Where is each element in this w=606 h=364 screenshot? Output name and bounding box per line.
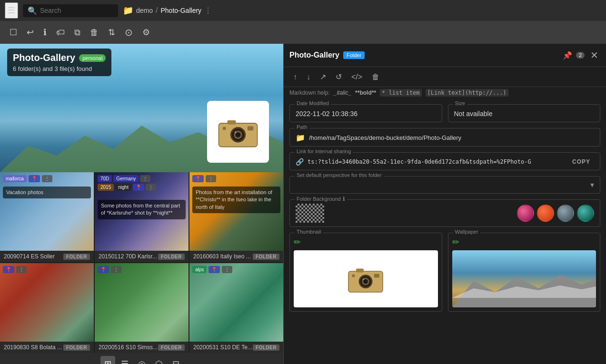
breadcrumb-folder[interactable]: demo [136, 7, 153, 14]
options-icon-karlsruhe1[interactable]: ⋮ [140, 175, 150, 182]
location-pin-karlsruhe[interactable]: 📍 [133, 184, 144, 191]
main-content: Photo-Gallery personal 6 folder(s) and 3… [0, 44, 606, 364]
upload-button[interactable]: ⊙ [121, 24, 137, 41]
date-modified-value: 2022-11-02 10:38:36 [296, 110, 358, 118]
grid-item-soller[interactable]: mallorca 📍 ⋮ Vacation photos 20090714 ES… [0, 172, 94, 262]
md-italic-hint: _italic_ [334, 89, 351, 96]
breadcrumb-more-icon[interactable]: ⋮ [204, 6, 212, 15]
gallery-title-row: Photo-Gallery personal [13, 52, 106, 63]
transparent-swatch[interactable] [296, 204, 324, 223]
tags-count-badge: 2 [576, 52, 585, 59]
grid-item-italy[interactable]: 📍 ⋮ Photos from the art installation of … [189, 172, 283, 262]
tag-button[interactable]: 🏷 [52, 25, 69, 40]
tag-chip-germany[interactable]: Germany [113, 175, 139, 182]
settings-button[interactable]: ⚙ [139, 24, 154, 40]
folder-icon: 📁 [123, 5, 133, 16]
copy-button[interactable]: ⧉ [70, 25, 84, 40]
folder-badge-karlsruhe: FOLDER [158, 254, 185, 260]
options-icon-italy[interactable]: ⋮ [206, 175, 216, 182]
delete-button[interactable]: 🗑 [86, 25, 102, 40]
color-swatch-blue[interactable] [557, 205, 574, 222]
grid-item-simss[interactable]: 📍 ⋮ 20200516 S10 Simss... FOLDER [95, 263, 189, 353]
file-grid: mallorca 📍 ⋮ Vacation photos 20090714 ES… [0, 172, 283, 353]
svg-point-17 [363, 278, 364, 280]
svg-point-9 [223, 127, 226, 130]
menu-button[interactable]: ☰ [5, 2, 18, 19]
code-button[interactable]: </> [348, 70, 366, 84]
info-button[interactable]: ℹ [40, 24, 50, 40]
tag-chip-mallorca[interactable]: mallorca [3, 175, 27, 182]
grid-item-te[interactable]: alps 📍 ⋮ 20200531 S10 DE Te... FOLDER [189, 263, 283, 353]
gallery-title: Photo-Gallery [13, 52, 75, 63]
perspective-label: Set default perspective for this folder [295, 172, 384, 178]
grid-view-button[interactable]: ⊞ [100, 356, 115, 364]
date-modified-field: Date Modified 2022-11-02 10:38:36 [289, 104, 442, 122]
open-button[interactable]: ↓ [303, 70, 314, 84]
svg-rect-18 [374, 274, 379, 278]
thumbnail-edit-button[interactable]: ✏ [294, 237, 301, 247]
folder-type-badge: Folder [343, 51, 365, 59]
date-size-row: Date Modified 2022-11-02 10:38:36 Size N… [289, 104, 600, 122]
thumbnail-label: Thumbnail [295, 229, 323, 235]
map-view-button[interactable]: ⬡ [151, 356, 167, 364]
tag-chip-alps[interactable]: alps [192, 266, 207, 273]
folder-badge-soller: FOLDER [63, 254, 90, 260]
markdown-help: Markdown help: _italic_ **bold** * list … [284, 87, 606, 100]
size-field: Size Not available [448, 104, 601, 122]
more-tags-icon[interactable]: 📍 [29, 175, 40, 182]
thumbnail-field: Thumbnail ✏ [289, 233, 442, 312]
options-icon-soller[interactable]: ⋮ [42, 175, 52, 182]
color-swatch-orange[interactable] [537, 205, 554, 222]
copy-link-button[interactable]: COPY [568, 157, 594, 166]
close-panel-button[interactable]: ✕ [588, 48, 600, 63]
gallery-header: Photo-Gallery personal 6 folder(s) and 3… [7, 49, 111, 76]
open-parent-button[interactable]: ↑ [289, 70, 301, 84]
search-box: 🔍 [23, 4, 118, 17]
svg-point-16 [363, 279, 368, 284]
delete-entry-button[interactable]: 🗑 [368, 70, 383, 84]
location-pin-bolata[interactable]: 📍 [3, 266, 14, 273]
select-button[interactable]: ☐ [6, 24, 21, 40]
grid-item-name-simss: 20200516 S10 Simss... [99, 344, 158, 351]
color-swatch-teal[interactable] [577, 205, 594, 222]
grid-item-karlsruhe[interactable]: 70D Germany ⋮ 2015 night 📍 ⋮ Some photos… [95, 172, 189, 262]
grid-item-overlay-italy: 📍 ⋮ [189, 172, 283, 185]
open-external-button[interactable]: ↗ [316, 70, 330, 84]
sort-button[interactable]: ⇅ [104, 24, 119, 40]
pin-icon[interactable]: 📌 [563, 51, 572, 60]
location-pin-te[interactable]: 📍 [209, 266, 220, 273]
grid-item-bolata[interactable]: 📍 ⋮ 20190830 S8 Bolata ... FOLDER [0, 263, 94, 353]
wallpaper-edit-button[interactable]: ✏ [452, 237, 459, 247]
folder-background-label: Folder Background ℹ [295, 196, 347, 202]
color-swatches [517, 205, 594, 222]
list-view-button[interactable]: ☰ [117, 356, 132, 364]
location-pin-italy[interactable]: 📍 [192, 175, 204, 182]
color-swatch-pink[interactable] [517, 205, 534, 222]
options-icon-karlsruhe2[interactable]: ⋮ [146, 184, 156, 191]
options-icon-bolata[interactable]: ⋮ [16, 266, 27, 273]
tag-chip-2015[interactable]: 2015 [98, 184, 114, 191]
camera-thumbnail-area [207, 101, 269, 163]
tag-chip-70d[interactable]: 70D [98, 175, 112, 182]
gallery-personal-tag[interactable]: personal [79, 54, 106, 62]
media-view-button[interactable]: ◎ [134, 356, 149, 364]
svg-point-19 [352, 274, 355, 277]
toolbar: ☐ ↩ ℹ 🏷 ⧉ 🗑 ⇅ ⊙ ⚙ [0, 21, 606, 44]
search-input[interactable] [40, 7, 116, 14]
wallpaper-image [452, 250, 596, 307]
link-field: Link for internal sharing 🔗 ts:?tslid=34… [289, 152, 600, 170]
tag-chip-night[interactable]: night [115, 184, 131, 191]
right-panel-title: Photo-Gallery [289, 51, 339, 59]
options-icon-te[interactable]: ⋮ [222, 266, 232, 273]
md-link-hint: [Link text](http://...) [426, 89, 508, 97]
options-icon-simss[interactable]: ⋮ [111, 266, 121, 273]
reload-button[interactable]: ↺ [332, 70, 346, 84]
grid-item-name-italy: 20160603 Itally Iseo ... [193, 253, 253, 260]
camera-thumbnail-box [207, 101, 269, 163]
back-button[interactable]: ↩ [23, 24, 38, 40]
kanban-view-button[interactable]: ⊟ [169, 356, 183, 364]
md-bold-hint: **bold** [355, 89, 376, 96]
md-help-label: Markdown help: [289, 89, 330, 96]
location-pin-simss[interactable]: 📍 [98, 266, 109, 273]
perspective-dropdown[interactable]: ▾ [590, 180, 594, 189]
